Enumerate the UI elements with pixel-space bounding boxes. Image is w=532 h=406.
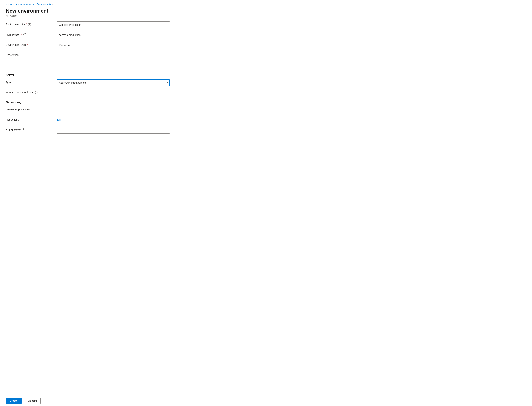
description-control: [57, 52, 170, 69]
description-label: Description: [6, 52, 57, 57]
identification-info-icon[interactable]: i: [23, 33, 26, 36]
server-section-header: Server: [6, 73, 213, 77]
breadcrumb-separator-1: ›: [13, 3, 14, 6]
environment-title-label: Environment title * i: [6, 22, 57, 26]
management-portal-url-input[interactable]: [57, 90, 170, 96]
instructions-control: Edit: [57, 117, 170, 121]
onboarding-section-header: Onboarding: [6, 101, 213, 104]
identification-input[interactable]: [57, 32, 170, 38]
breadcrumb-separator-2: ›: [52, 3, 53, 6]
server-type-control: Azure API Management AWS API Gateway Kon…: [57, 80, 170, 86]
description-textarea[interactable]: [57, 52, 170, 68]
instructions-label: Instructions: [6, 117, 57, 121]
developer-portal-url-row: Developer portal URL: [6, 107, 213, 113]
developer-portal-url-control: [57, 107, 170, 113]
management-portal-url-row: Management portal URL i: [6, 90, 213, 96]
environment-type-required: *: [27, 43, 28, 46]
management-portal-url-control: [57, 90, 170, 96]
identification-required: *: [21, 33, 22, 36]
management-portal-url-info-icon[interactable]: i: [35, 91, 38, 94]
page-subtitle: API Center: [6, 14, 213, 17]
instructions-row: Instructions Edit: [6, 117, 213, 123]
create-button[interactable]: Create: [6, 398, 22, 404]
breadcrumb-environments[interactable]: contoso-api-center | Environments: [15, 3, 51, 6]
environment-title-input[interactable]: [57, 22, 170, 28]
server-type-label: Type: [6, 80, 57, 84]
environment-type-label: Environment type *: [6, 42, 57, 46]
api-approver-label: API Approver i: [6, 127, 57, 131]
description-row: Description: [6, 52, 213, 69]
api-approver-input[interactable]: [57, 127, 170, 133]
identification-row: Identification * i: [6, 32, 213, 38]
environment-title-row: Environment title * i: [6, 22, 213, 28]
discard-button[interactable]: Discard: [24, 398, 41, 404]
action-bar: Create Discard: [0, 395, 532, 406]
environment-type-row: Environment type * Production Staging De…: [6, 42, 213, 48]
server-type-select-wrapper: Azure API Management AWS API Gateway Kon…: [57, 80, 170, 86]
server-type-select[interactable]: Azure API Management AWS API Gateway Kon…: [57, 80, 170, 86]
environment-type-select[interactable]: Production Staging Development Testing: [57, 42, 170, 48]
api-approver-row: API Approver i: [6, 127, 213, 133]
environment-type-select-wrapper: Production Staging Development Testing ∨: [57, 42, 170, 48]
environment-title-required: *: [26, 23, 27, 26]
server-type-row: Type Azure API Management AWS API Gatewa…: [6, 80, 213, 86]
environment-title-control: [57, 22, 170, 28]
identification-label: Identification * i: [6, 32, 57, 36]
environment-type-control: Production Staging Development Testing ∨: [57, 42, 170, 48]
management-portal-url-label: Management portal URL i: [6, 90, 57, 94]
new-environment-form: Environment title * i Identification * i…: [6, 22, 213, 133]
breadcrumb-home[interactable]: Home: [6, 3, 12, 6]
api-approver-control: [57, 127, 170, 133]
breadcrumb: Home › contoso-api-center | Environments…: [6, 3, 213, 6]
more-options-button[interactable]: ···: [50, 8, 56, 13]
developer-portal-url-input[interactable]: [57, 107, 170, 113]
instructions-edit-link[interactable]: Edit: [57, 117, 61, 121]
page-header: New environment ··· API Center: [6, 8, 213, 17]
api-approver-info-icon[interactable]: i: [22, 128, 25, 131]
environment-title-info-icon[interactable]: i: [28, 23, 31, 26]
developer-portal-url-label: Developer portal URL: [6, 107, 57, 111]
identification-control: [57, 32, 170, 38]
page-title: New environment: [6, 8, 48, 14]
